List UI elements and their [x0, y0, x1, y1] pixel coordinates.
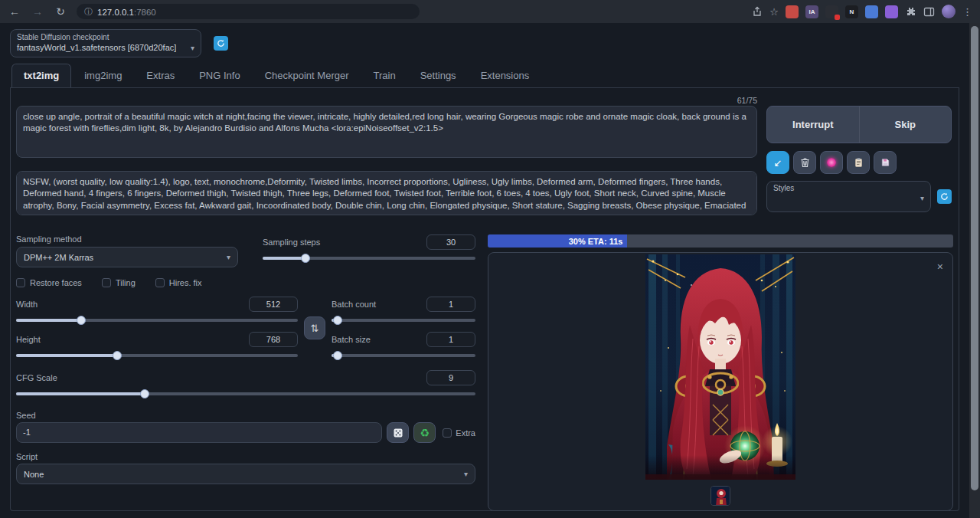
seed-input[interactable]: -1 — [16, 422, 382, 443]
paste-parameters-button[interactable]: ↙ — [766, 151, 789, 174]
clear-prompt-button[interactable] — [793, 151, 816, 174]
tab-checkpoint-merger[interactable]: Checkpoint Merger — [253, 64, 361, 87]
tab-train[interactable]: Train — [362, 64, 407, 87]
extra-networks-button[interactable] — [820, 151, 843, 174]
extension-icon[interactable] — [865, 5, 878, 18]
page-scrollbar[interactable] — [969, 23, 980, 518]
save-icon — [880, 157, 890, 168]
batch-size-slider[interactable] — [332, 351, 475, 360]
slider-handle[interactable] — [333, 351, 342, 360]
extra-networks-icon — [827, 158, 836, 167]
checkbox[interactable] — [16, 278, 25, 287]
sampling-steps-block: Sampling steps 30 — [263, 234, 475, 267]
slider-handle[interactable] — [77, 316, 86, 325]
slider-handle[interactable] — [140, 389, 149, 398]
extension-icon[interactable]: N — [845, 5, 858, 18]
script-dropdown[interactable]: None ▾ — [16, 464, 475, 484]
random-seed-button[interactable] — [387, 422, 409, 443]
sampling-steps-value[interactable]: 30 — [426, 234, 475, 250]
apply-styles-button[interactable] — [847, 151, 870, 174]
slider-handle[interactable] — [333, 316, 342, 325]
extension-icon[interactable] — [885, 5, 898, 18]
cfg-scale-value[interactable]: 9 — [426, 370, 475, 385]
refresh-checkpoints-button[interactable] — [214, 36, 228, 51]
progress-fill: 30% ETA: 11s — [488, 234, 627, 248]
seed-label: Seed — [16, 411, 382, 420]
tiling-checkbox[interactable]: Tiling — [102, 278, 136, 287]
extension-icon[interactable] — [786, 5, 799, 18]
sampling-method-dropdown[interactable]: DPM++ 2M Karras ▾ — [16, 247, 238, 267]
slider-handle[interactable] — [301, 254, 310, 263]
thumbnail-image — [711, 487, 730, 506]
batch-size-value[interactable]: 1 — [426, 332, 475, 347]
chevron-down-icon: ▾ — [227, 253, 230, 261]
checkpoint-dropdown[interactable]: Stable Diffusion checkpoint fantasyWorld… — [10, 29, 201, 57]
save-style-button[interactable] — [874, 151, 897, 174]
puzzle-extensions-icon[interactable] — [905, 6, 916, 18]
profile-avatar[interactable] — [942, 5, 956, 18]
stable-diffusion-webui: Stable Diffusion checkpoint fantasyWorld… — [0, 23, 969, 511]
browser-menu-icon[interactable]: ⋮ — [962, 6, 972, 18]
gallery-thumbnail[interactable] — [710, 486, 730, 506]
reuse-seed-button[interactable]: ♻ — [413, 422, 436, 443]
refresh-styles-button[interactable] — [937, 189, 952, 204]
height-slider[interactable] — [16, 351, 298, 360]
skip-button[interactable]: Skip — [859, 107, 952, 143]
slider-handle[interactable] — [113, 351, 122, 360]
interrupt-button[interactable]: Interrupt — [767, 107, 859, 143]
cfg-scale-label: CFG Scale — [16, 373, 57, 382]
token-counter: 61/75 — [16, 96, 757, 105]
cfg-scale-slider[interactable] — [16, 389, 475, 398]
checkpoint-value: fantasyWorld_v1.safetensors [6870d20fac] — [17, 43, 176, 52]
tab-extensions[interactable]: Extensions — [469, 64, 541, 87]
chevron-down-icon: ▾ — [191, 44, 194, 52]
checkbox[interactable] — [102, 278, 111, 287]
url-text: 127.0.0.1:7860 — [97, 5, 156, 18]
sampling-steps-slider[interactable] — [263, 254, 475, 263]
tab-png-info[interactable]: PNG Info — [188, 64, 251, 87]
swap-dimensions-button[interactable]: ⇅ — [304, 316, 325, 339]
reload-icon[interactable]: ↻ — [54, 5, 67, 18]
paste-arrow-icon: ↙ — [774, 157, 782, 169]
generated-image-preview[interactable] — [645, 254, 795, 480]
gallery-panel: × — [488, 252, 953, 511]
sampling-method-block: Sampling method DPM++ 2M Karras ▾ — [16, 234, 238, 267]
negative-prompt-input[interactable]: NSFW, (worst quality, low quality:1.4), … — [16, 171, 757, 215]
scrollbar-thumb[interactable] — [971, 26, 978, 490]
close-icon[interactable]: × — [937, 261, 943, 273]
extension-icon[interactable] — [825, 5, 838, 18]
share-icon[interactable] — [752, 6, 763, 17]
batch-count-value[interactable]: 1 — [426, 297, 475, 312]
address-bar[interactable]: ⓘ 127.0.0.1:7860 — [77, 4, 420, 19]
batch-count-block: Batch count 1 — [332, 297, 475, 325]
bookmark-star-icon[interactable]: ☆ — [769, 6, 779, 18]
checkbox[interactable] — [443, 428, 452, 438]
tab-img2img[interactable]: img2img — [73, 64, 133, 87]
extension-icon[interactable]: IA — [805, 5, 818, 18]
prompt-input[interactable]: close up angle, portrait of a beautiful … — [16, 106, 757, 158]
sampling-steps-label: Sampling steps — [263, 238, 320, 247]
styles-dropdown[interactable]: Styles ▾ — [766, 181, 931, 212]
tab-txt2img[interactable]: txt2img — [11, 64, 71, 87]
clipboard-icon — [854, 157, 864, 168]
extra-seed-checkbox[interactable]: Extra — [443, 428, 475, 438]
checkbox[interactable] — [155, 278, 165, 287]
back-icon[interactable]: ← — [8, 5, 21, 18]
tab-extras[interactable]: Extras — [135, 64, 186, 87]
restore-faces-checkbox[interactable]: Restore faces — [16, 278, 82, 287]
progress-bar: 30% ETA: 11s — [488, 234, 953, 248]
output-area: 30% ETA: 11s × — [488, 234, 953, 518]
width-value[interactable]: 512 — [249, 297, 298, 312]
batch-size-label: Batch size — [332, 335, 371, 344]
tab-settings[interactable]: Settings — [409, 64, 468, 87]
site-info-icon[interactable]: ⓘ — [84, 6, 93, 18]
styles-label: Styles — [773, 184, 924, 192]
width-slider[interactable] — [16, 316, 298, 325]
height-value[interactable]: 768 — [249, 332, 298, 347]
sidebar-panel-icon[interactable] — [923, 6, 935, 18]
recycle-icon: ♻ — [420, 427, 430, 439]
batch-count-slider[interactable] — [332, 316, 475, 325]
hires-fix-checkbox[interactable]: Hires. fix — [155, 278, 202, 287]
browser-toolbar: ← → ↻ ⓘ 127.0.0.1:7860 ☆ IA N ⋮ — [0, 0, 980, 23]
forward-icon[interactable]: → — [31, 5, 44, 18]
